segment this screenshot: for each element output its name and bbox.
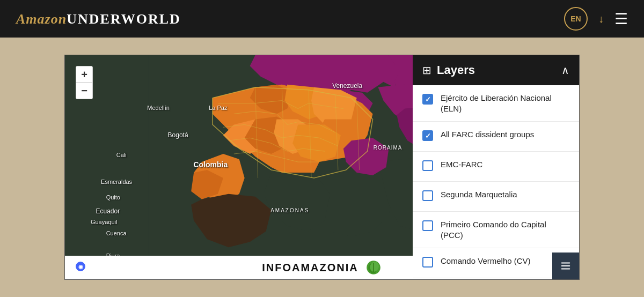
- logo: AmazonUNDERWORLD: [16, 11, 181, 27]
- list-icon: [560, 260, 572, 272]
- nav-right: EN ↓ ☰: [564, 7, 628, 31]
- layer-checkbox-5[interactable]: [422, 257, 433, 268]
- main-content: Venezuela Medellín La Paz Bogotá Colombi…: [0, 38, 644, 297]
- list-view-button[interactable]: [552, 253, 579, 279]
- layer-item-2[interactable]: EMC-FARC: [413, 152, 579, 182]
- mapbox-logo: ◉ mapbox: [76, 262, 111, 271]
- language-button[interactable]: EN: [564, 7, 588, 31]
- svg-rect-27: [561, 263, 570, 264]
- layer-label-1: All FARC dissident groups: [441, 129, 569, 140]
- layer-item-1[interactable]: All FARC dissident groups: [413, 122, 579, 152]
- layer-label-3: Segunda Marquetalia: [441, 189, 569, 200]
- logo-amazon: Amazon: [16, 11, 67, 27]
- layers-stack-icon: ⊞: [422, 64, 431, 77]
- mapbox-icon: ◉: [76, 262, 85, 271]
- layer-checkbox-0[interactable]: [422, 94, 433, 105]
- layer-label-2: EMC-FARC: [441, 159, 569, 170]
- leaf-icon: [365, 259, 382, 276]
- layers-panel: ⊞ Layers ∧ Ejército de Liberación Nacion…: [413, 55, 579, 279]
- zoom-in-button[interactable]: +: [76, 66, 92, 83]
- zoom-controls: + −: [76, 66, 93, 99]
- layer-checkbox-3[interactable]: [422, 190, 433, 201]
- layer-checkbox-1[interactable]: [422, 130, 433, 141]
- layer-label-5: Comando Vermelho (CV): [441, 256, 569, 266]
- layer-item-4[interactable]: Primeiro Comando do Capital (PCC): [413, 212, 579, 248]
- banner-text: INFOAMAZONIA: [262, 262, 358, 274]
- layers-title: Layers: [437, 63, 475, 77]
- layer-label-4: Primeiro Comando do Capital (PCC): [441, 219, 569, 240]
- map-container[interactable]: Venezuela Medellín La Paz Bogotá Colombi…: [64, 55, 580, 280]
- layer-item-0[interactable]: Ejército de Liberación Nacional (ELN): [413, 85, 579, 122]
- svg-rect-29: [561, 269, 570, 270]
- layer-checkbox-4[interactable]: [422, 220, 433, 231]
- lang-arrow-icon[interactable]: ↓: [598, 13, 604, 25]
- hamburger-icon[interactable]: ☰: [614, 10, 628, 28]
- logo-underworld: UNDERWORLD: [67, 11, 181, 27]
- navbar: AmazonUNDERWORLD EN ↓ ☰: [0, 0, 644, 38]
- layer-checkbox-2[interactable]: [422, 160, 433, 171]
- layers-list: Ejército de Liberación Nacional (ELN)All…: [413, 85, 579, 279]
- layer-item-3[interactable]: Segunda Marquetalia: [413, 182, 579, 212]
- layers-header: ⊞ Layers ∧: [413, 55, 579, 85]
- layers-header-left: ⊞ Layers: [422, 63, 475, 77]
- zoom-out-button[interactable]: −: [76, 83, 92, 99]
- mapbox-label: mapbox: [88, 263, 111, 270]
- svg-rect-28: [561, 265, 570, 266]
- layers-collapse-button[interactable]: ∧: [561, 64, 569, 77]
- layer-label-0: Ejército de Liberación Nacional (ELN): [441, 93, 569, 114]
